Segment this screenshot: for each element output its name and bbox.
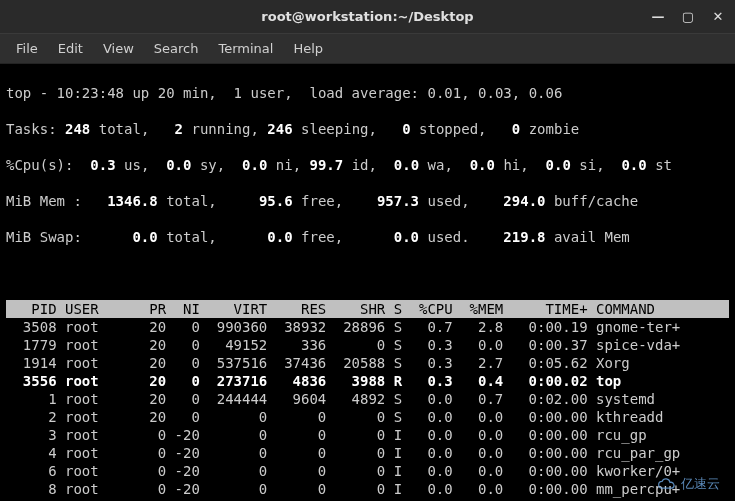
table-row: 1779 root 20 0 49152 336 0 S 0.3 0.0 0:0…	[6, 336, 729, 354]
process-header: PID USER PR NI VIRT RES SHR S %CPU %MEM …	[6, 300, 729, 318]
watermark: 亿速云	[657, 475, 720, 493]
window-titlebar: root@workstation:~/Desktop — ▢ ✕	[0, 0, 735, 34]
table-row: 6 root 0 -20 0 0 0 I 0.0 0.0 0:00.00 kwo…	[6, 462, 729, 480]
menu-help[interactable]: Help	[283, 37, 333, 60]
menu-view[interactable]: View	[93, 37, 144, 60]
table-row: 3508 root 20 0 990360 38932 28896 S 0.7 …	[6, 318, 729, 336]
menu-edit[interactable]: Edit	[48, 37, 93, 60]
process-list: 3508 root 20 0 990360 38932 28896 S 0.7 …	[6, 318, 729, 501]
summary-line-4: MiB Mem : 1346.8 total, 95.6 free, 957.3…	[6, 192, 729, 210]
minimize-button[interactable]: —	[649, 8, 667, 26]
summary-line-3: %Cpu(s): 0.3 us, 0.0 sy, 0.0 ni, 99.7 id…	[6, 156, 729, 174]
menu-file[interactable]: File	[6, 37, 48, 60]
table-row: 3 root 0 -20 0 0 0 I 0.0 0.0 0:00.00 rcu…	[6, 426, 729, 444]
maximize-button[interactable]: ▢	[679, 8, 697, 26]
window-title: root@workstation:~/Desktop	[261, 9, 473, 24]
table-row: 3556 root 20 0 273716 4836 3988 R 0.3 0.…	[6, 372, 729, 390]
terminal-output[interactable]: top - 10:23:48 up 20 min, 1 user, load a…	[0, 64, 735, 501]
table-row: 1 root 20 0 244444 9604 4892 S 0.0 0.7 0…	[6, 390, 729, 408]
summary-line-5: MiB Swap: 0.0 total, 0.0 free, 0.0 used.…	[6, 228, 729, 246]
cloud-icon	[657, 476, 677, 492]
summary-line-1: top - 10:23:48 up 20 min, 1 user, load a…	[6, 84, 729, 102]
menu-terminal[interactable]: Terminal	[208, 37, 283, 60]
table-row: 2 root 20 0 0 0 0 S 0.0 0.0 0:00.00 kthr…	[6, 408, 729, 426]
table-row: 1914 root 20 0 537516 37436 20588 S 0.3 …	[6, 354, 729, 372]
close-button[interactable]: ✕	[709, 8, 727, 26]
table-row: 4 root 0 -20 0 0 0 I 0.0 0.0 0:00.00 rcu…	[6, 444, 729, 462]
menu-search[interactable]: Search	[144, 37, 209, 60]
menubar: File Edit View Search Terminal Help	[0, 34, 735, 64]
blank-line	[6, 264, 729, 282]
summary-line-2: Tasks: 248 total, 2 running, 246 sleepin…	[6, 120, 729, 138]
table-row: 8 root 0 -20 0 0 0 I 0.0 0.0 0:00.00 mm_…	[6, 480, 729, 498]
